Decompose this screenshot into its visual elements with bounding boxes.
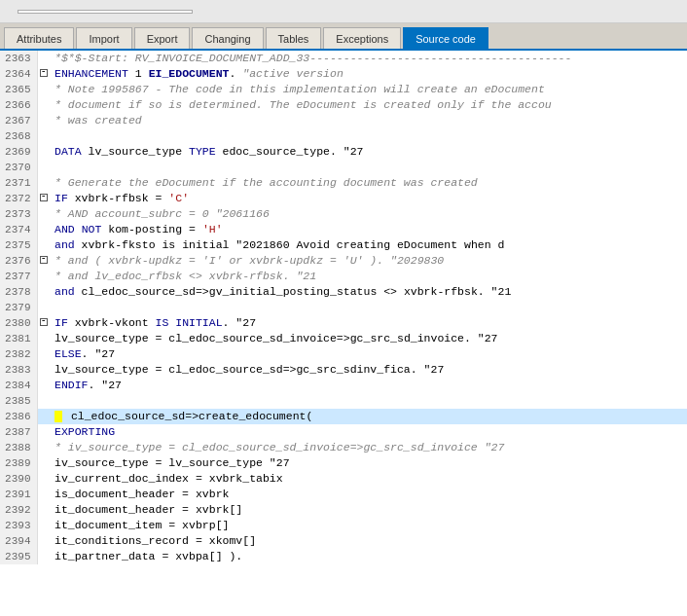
table-row: 2382 ELSE. "27 [0,346,687,362]
expand-icon [37,144,51,160]
code-line: lv_source_type = cl_edoc_source_sd=>gc_s… [51,362,687,378]
expand-icon[interactable] [37,315,51,331]
code-line: * AND account_subrc = 0 "2061166 [51,206,687,222]
expand-icon [37,487,51,502]
table-row: 2384 ENDIF. "27 [0,378,687,393]
tab-exceptions[interactable]: Exceptions [323,27,401,49]
table-row: 2364ENHANCEMENT 1 EI_EDOCUMENT. "active … [0,66,687,82]
tab-tables[interactable]: Tables [266,27,322,49]
code-line: * document if so is determined. The eDoc… [51,97,687,113]
expand-icon [37,549,51,564]
code-line: DATA lv_source_type TYPE edoc_source_typ… [51,144,687,160]
line-number: 2377 [0,269,37,284]
table-row: 2368 [0,128,687,144]
code-area: 2363 *$*$-Start: RV_INVOICE_DOCUMENT_ADD… [0,51,687,616]
expand-icon[interactable] [37,253,51,269]
function-module-value [18,10,193,14]
table-row: 2366 * document if so is determined. The… [0,97,687,113]
table-row: 2383 lv_source_type = cl_edoc_source_sd=… [0,362,687,378]
expand-icon [37,160,51,175]
table-row: 2392 it_document_header = xvbrk[] [0,502,687,518]
line-number: 2379 [0,300,37,315]
line-number: 2378 [0,284,37,300]
tab-changing[interactable]: Changing [192,27,263,49]
line-number: 2363 [0,51,37,66]
tab-bar: Attributes Import Export Changing Tables… [0,23,687,51]
table-row: 2373 * AND account_subrc = 0 "2061166 [0,206,687,222]
expand-icon[interactable] [37,191,51,206]
line-number: 2367 [0,113,37,128]
table-row: 2389 iv_source_type = lv_source_type "27 [0,455,687,471]
line-number: 2387 [0,424,37,440]
tab-export[interactable]: Export [134,27,191,49]
line-number: 2365 [0,82,37,97]
line-number: 2372 [0,191,37,206]
code-line: lv_source_type = cl_edoc_source_sd_invoi… [51,331,687,346]
expand-icon [37,533,51,549]
table-row: 2380 IF xvbrk-vkont IS INITIAL. "27 [0,315,687,331]
expand-icon [37,175,51,191]
expand-icon [37,222,51,237]
code-line: ENDIF. "27 [51,378,687,393]
expand-icon [37,206,51,222]
code-line [51,128,687,144]
line-number: 2369 [0,144,37,160]
code-line: iv_current_doc_index = xvbrk_tabix [51,471,687,487]
table-row: 2387 EXPORTING [0,424,687,440]
table-row: 2395 it_partner_data = xvbpa[] ). [0,549,687,564]
code-line: * Note 1995867 - The code in this implem… [51,82,687,97]
expand-icon [37,378,51,393]
code-line: it_document_header = xvbrk[] [51,502,687,518]
expand-icon [37,455,51,471]
expand-icon [37,424,51,440]
table-row: 2376 * and ( xvbrk-updkz = 'I' or xvbrk-… [0,253,687,269]
table-row: 2385 [0,393,687,409]
code-line: it_document_item = xvbrp[] [51,518,687,533]
table-row: 2374 AND NOT kom-posting = 'H' [0,222,687,237]
expand-icon [37,113,51,128]
expand-icon[interactable] [37,66,51,82]
expand-icon [37,51,51,66]
line-number: 2375 [0,237,37,253]
table-row: 2378 and cl_edoc_source_sd=>gv_initial_p… [0,284,687,300]
expand-icon [37,471,51,487]
line-number: 2380 [0,315,37,331]
table-row: 2372 IF xvbrk-rfbsk = 'C' [0,191,687,206]
expand-icon [37,362,51,378]
code-line: * and lv_edoc_rfbsk <> xvbrk-rfbsk. "21 [51,269,687,284]
expand-icon [37,331,51,346]
line-number: 2395 [0,549,37,564]
code-line: it_conditions_record = xkomv[] [51,533,687,549]
line-number: 2368 [0,128,37,144]
table-row: 2391 is_document_header = xvbrk [0,487,687,502]
code-line: it_partner_data = xvbpa[] ). [51,549,687,564]
expand-icon [37,284,51,300]
code-line [51,393,687,409]
line-number: 2394 [0,533,37,549]
code-line: AND NOT kom-posting = 'H' [51,222,687,237]
table-row: 2371 * Generate the eDocument if the acc… [0,175,687,191]
table-row: 2394 it_conditions_record = xkomv[] [0,533,687,549]
line-number: 2388 [0,440,37,455]
code-table: 2363 *$*$-Start: RV_INVOICE_DOCUMENT_ADD… [0,51,687,564]
tab-attributes[interactable]: Attributes [4,27,74,49]
expand-icon [37,346,51,362]
line-number: 2390 [0,471,37,487]
table-row: 2393 it_document_item = xvbrp[] [0,518,687,533]
line-number: 2391 [0,487,37,502]
line-number: 2374 [0,222,37,237]
table-row: 2377 * and lv_edoc_rfbsk <> xvbrk-rfbsk.… [0,269,687,284]
expand-icon [37,300,51,315]
code-line: EXPORTING [51,424,687,440]
tab-import[interactable]: Import [76,27,131,49]
expand-icon [37,440,51,455]
line-number: 2373 [0,206,37,222]
tab-source-code[interactable]: Source code [403,27,488,49]
table-row: 2369 DATA lv_source_type TYPE edoc_sourc… [0,144,687,160]
code-line: * iv_source_type = cl_edoc_source_sd_inv… [51,440,687,455]
table-row: 2388 * iv_source_type = cl_edoc_source_s… [0,440,687,455]
code-line: ELSE. "27 [51,346,687,362]
table-row: 2375 and xvbrk-fksto is initial "2021860… [0,237,687,253]
code-line: * and ( xvbrk-updkz = 'I' or xvbrk-updkz… [51,253,687,269]
expand-icon [37,393,51,409]
